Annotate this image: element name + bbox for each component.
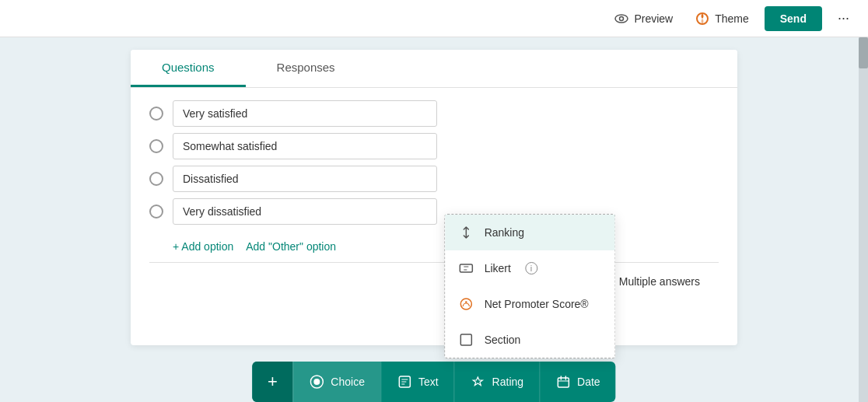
multiple-answers-label: Multiple answers (619, 275, 700, 288)
radio-circle-4[interactable] (149, 204, 163, 218)
preview-button[interactable]: Preview (607, 8, 679, 30)
right-scrollbar[interactable] (859, 37, 868, 402)
list-item (149, 166, 719, 192)
tab-responses[interactable]: Responses (246, 50, 366, 87)
dropdown-item-ranking[interactable]: Ranking (446, 215, 615, 250)
add-option-button[interactable]: + Add option (173, 240, 233, 253)
likert-icon (458, 260, 475, 277)
section-label: Section (485, 334, 521, 346)
date-icon (555, 374, 571, 390)
left-panel: Questions Responses (0, 37, 868, 402)
ranking-icon (458, 224, 475, 241)
choice-icon (309, 374, 324, 390)
toggle-bar: Multiple answers (149, 262, 719, 300)
eye-icon (614, 11, 629, 26)
tab-questions[interactable]: Questions (131, 50, 246, 87)
theme-button[interactable]: Theme (688, 8, 755, 30)
svg-point-9 (465, 301, 467, 302)
toolbar-add-button[interactable]: + (252, 362, 292, 402)
theme-icon (695, 11, 710, 26)
likert-label: Likert (485, 262, 511, 274)
dropdown-item-nps[interactable]: Net Promoter Score® (446, 286, 615, 322)
top-bar: Preview Theme Send ··· (0, 0, 868, 37)
radio-circle-3[interactable] (149, 172, 163, 186)
tabs-bar: Questions Responses (131, 50, 737, 88)
theme-label: Theme (715, 12, 749, 25)
nps-icon (458, 295, 475, 313)
option-input-3[interactable] (173, 166, 437, 192)
ranking-label: Ranking (485, 226, 524, 239)
svg-rect-6 (558, 378, 569, 387)
preview-label: Preview (634, 12, 673, 25)
section-icon (458, 331, 475, 348)
toolbar-item-text[interactable]: Text (380, 362, 454, 402)
top-bar-actions: Preview Theme Send ··· (607, 6, 856, 31)
svg-point-8 (461, 299, 472, 309)
add-option-row: + Add option Add "Other" option (149, 237, 719, 262)
bottom-toolbar: + Choice (252, 362, 615, 402)
list-item (149, 198, 719, 225)
list-item (149, 133, 719, 159)
rating-icon (471, 374, 486, 390)
svg-point-1 (620, 16, 624, 20)
list-item (149, 100, 719, 127)
svg-point-0 (615, 15, 628, 23)
option-input-1[interactable] (173, 100, 437, 127)
dropdown-item-section[interactable]: Section (446, 322, 615, 358)
svg-rect-10 (461, 334, 472, 345)
toolbar-item-rating[interactable]: Rating (454, 362, 539, 402)
text-icon (397, 374, 412, 390)
nps-label: Net Promoter Score® (485, 298, 589, 310)
scrollbar-thumb[interactable] (859, 37, 868, 68)
radio-circle-2[interactable] (149, 139, 163, 153)
send-button[interactable]: Send (765, 6, 822, 31)
toolbar-item-choice[interactable]: Choice (292, 362, 380, 402)
option-list (149, 100, 719, 225)
svg-point-4 (313, 379, 320, 385)
toolbar-item-date[interactable]: Date Ranking (539, 362, 616, 402)
form-body: + Add option Add "Other" option Multiple… (131, 88, 737, 313)
dropdown-popup: Ranking Likert i (445, 214, 616, 358)
more-button[interactable]: ··· (831, 7, 856, 30)
add-other-button[interactable]: Add "Other" option (246, 240, 336, 253)
option-input-4[interactable] (173, 198, 437, 225)
option-input-2[interactable] (173, 133, 437, 159)
likert-info-icon[interactable]: i (525, 262, 537, 274)
form-card: Questions Responses (131, 50, 737, 345)
dropdown-item-likert[interactable]: Likert i (446, 250, 615, 286)
radio-circle-1[interactable] (149, 107, 163, 121)
svg-rect-7 (460, 264, 473, 272)
main-content: Questions Responses (0, 37, 868, 402)
